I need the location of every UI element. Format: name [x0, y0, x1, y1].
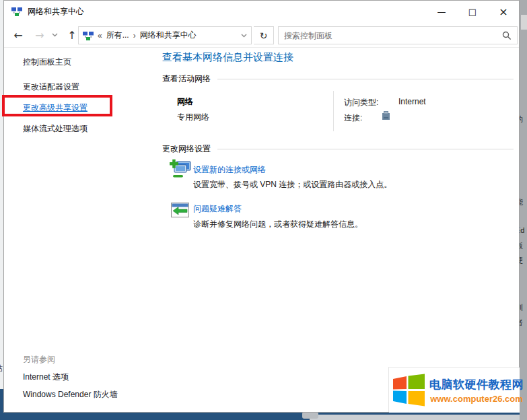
window-controls: — □ × — [426, 1, 519, 22]
clipped-text-fragment: 版 — [520, 241, 527, 251]
breadcrumb-overflow-icon[interactable]: « — [98, 31, 102, 40]
section-divider — [217, 79, 514, 79]
setup-new-connection-link[interactable]: 设置新的连接或网络 — [193, 164, 266, 176]
refresh-button[interactable]: ↻ — [254, 26, 274, 44]
sidebar-item-control-panel-home[interactable]: 控制面板主页 — [23, 57, 71, 68]
title-bar: 网络和共享中心 — □ × — [4, 1, 519, 22]
navigation-toolbar: ← → ↑ « 所有... › 网络和共享中心 — [4, 22, 519, 48]
clipped-text-fragment: 能 — [520, 197, 527, 207]
connections-label: 连接: — [344, 112, 362, 124]
back-button[interactable]: ← — [9, 22, 27, 48]
clipped-text-fragment: 者 — [520, 318, 527, 328]
watermark-text: 电脑软硬件教程网 www.computer26.com — [429, 377, 524, 404]
section-view-active-networks: 查看活动网络 — [162, 73, 514, 85]
sidebar-item-windows-defender-firewall[interactable]: Windows Defender 防火墙 — [23, 389, 118, 400]
background-fragment — [302, 412, 318, 419]
troubleshoot-icon — [171, 203, 190, 219]
section-label: 更改网络设置 — [162, 143, 211, 155]
background-window-right-sliver: 的 能 Ed 版 硬 ) 训 者 — [520, 0, 527, 420]
clipped-text-fragment: 的 — [520, 114, 527, 125]
breadcrumb-dropdown-icon[interactable] — [241, 34, 247, 38]
search-icon[interactable] — [502, 31, 512, 40]
clipped-text-fragment: 训 — [520, 303, 527, 313]
clipped-text-fragment: Ed — [520, 226, 527, 234]
background-fragment — [521, 15, 527, 30]
ethernet-icon — [382, 110, 390, 120]
network-name: 网络 — [177, 96, 193, 108]
sidebar-item-change-adapter-settings[interactable]: 更改适配器设置 — [23, 81, 79, 93]
search-input[interactable] — [284, 31, 502, 40]
window-title: 网络和共享中心 — [28, 1, 84, 22]
see-also-header: 另请参阅 — [23, 354, 55, 365]
network-sharing-center-window: 网络和共享中心 — □ × ← → ↑ — [3, 0, 520, 413]
close-button[interactable]: × — [488, 1, 519, 22]
search-bar — [278, 26, 518, 44]
minimize-button[interactable]: — — [426, 1, 457, 22]
new-connection-icon — [169, 158, 192, 179]
maximize-button[interactable]: □ — [457, 1, 488, 22]
clipped-text-fragment: ) — [520, 288, 527, 296]
screen: 站 的 能 Ed 版 硬 ) 训 者 网络和共享中心 — □ × — [0, 0, 527, 420]
watermark: 电脑软硬件教程网 www.computer26.com — [389, 368, 520, 413]
network-app-icon — [11, 6, 22, 17]
access-type-label: 访问类型: — [344, 97, 378, 108]
breadcrumb-item-all[interactable]: 所有... — [106, 30, 129, 41]
section-label: 查看活动网络 — [162, 73, 211, 85]
page-title: 查看基本网络信息并设置连接 — [162, 51, 293, 64]
access-type-value: Internet — [398, 97, 426, 106]
watermark-site-url: www.computer26.com — [430, 394, 523, 404]
section-divider — [217, 149, 514, 149]
highlight-box — [2, 95, 112, 116]
clipped-text-fragment: 硬 — [520, 256, 527, 266]
troubleshoot-problems-link[interactable]: 问题疑难解答 — [193, 203, 242, 215]
background-taskbar-fragment — [310, 415, 520, 420]
breadcrumb-item-current[interactable]: 网络和共享中心 — [140, 30, 197, 41]
section-change-network-settings: 更改网络设置 — [162, 143, 514, 155]
sidebar-item-media-streaming-options[interactable]: 媒体流式处理选项 — [23, 123, 87, 135]
troubleshoot-problems-description: 诊断并修复网络问题，或者获得疑难解答信息。 — [193, 219, 363, 230]
breadcrumb-separator-icon: › — [133, 31, 136, 40]
network-profile: 专用网络 — [177, 112, 209, 123]
setup-new-connection-description: 设置宽带、拨号或 VPN 连接；或设置路由器或接入点。 — [193, 179, 392, 190]
network-breadcrumb-icon — [83, 30, 94, 41]
clipped-text-fragment: 站 — [0, 363, 3, 374]
network-columns-divider — [333, 91, 334, 131]
breadcrumb[interactable]: « 所有... › 网络和共享中心 — [78, 26, 252, 44]
forward-button[interactable]: → — [31, 22, 48, 48]
watermark-site-name: 电脑软硬件教程网 — [429, 377, 524, 392]
windows-logo-icon — [393, 374, 425, 407]
history-dropdown-icon[interactable] — [48, 22, 61, 48]
sidebar-item-internet-options[interactable]: Internet 选项 — [23, 372, 69, 383]
